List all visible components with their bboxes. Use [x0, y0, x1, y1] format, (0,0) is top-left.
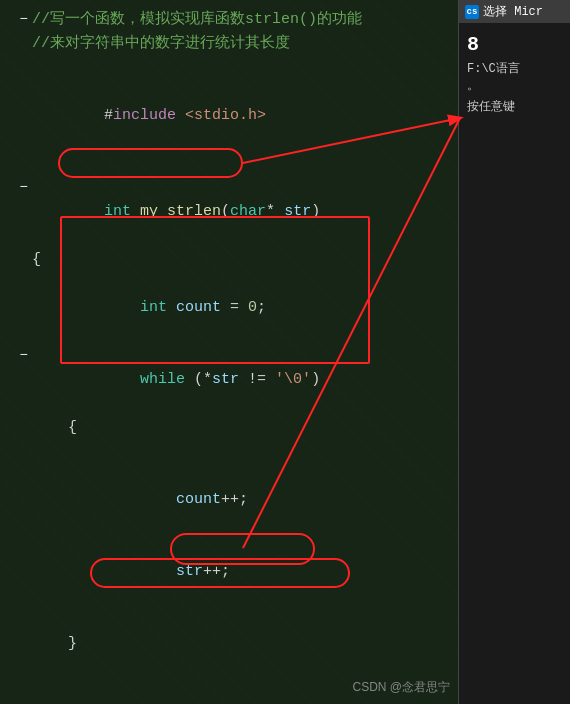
space2 — [275, 203, 284, 220]
line-prefix-6: − — [8, 176, 32, 198]
semi: ; — [257, 299, 266, 316]
indent1 — [104, 371, 140, 388]
terminal-output-number: 8 — [467, 33, 562, 56]
terminal-hint: 按任意键 — [467, 98, 562, 115]
space — [176, 107, 185, 124]
incr2: ++; — [203, 563, 230, 580]
assign: = — [221, 299, 248, 316]
terminal-dot: 。 — [467, 77, 562, 94]
terminal-title-bar: cs 选择 Micr — [459, 0, 570, 23]
indent1 — [104, 299, 140, 316]
space — [167, 299, 176, 316]
code-editor: − //写一个函数，模拟实现库函数strlen()的功能 //来对字符串中的数字… — [0, 0, 570, 704]
param-type: char — [230, 203, 266, 220]
str-var2: str — [176, 563, 203, 580]
line-prefix-9: − — [8, 344, 32, 366]
terminal-icon: cs — [465, 5, 479, 19]
incr: ++; — [221, 491, 248, 508]
terminal-title-text: 选择 Micr — [483, 3, 543, 20]
null-char: '\0' — [275, 371, 311, 388]
hash: # — [104, 107, 113, 124]
var-count: count — [176, 299, 221, 316]
terminal-path-line: F:\C语言 — [467, 60, 562, 77]
space-paren: ( — [185, 371, 203, 388]
type-int: int — [104, 203, 131, 220]
line-prefix-1: − — [8, 8, 32, 30]
paren-open: ( — [221, 203, 230, 220]
close-paren: ) — [311, 371, 320, 388]
while-keyword: while — [140, 371, 185, 388]
include-keyword: include — [113, 107, 176, 124]
func-name: my_strlen — [140, 203, 221, 220]
indent2 — [104, 563, 176, 580]
str-var: str — [212, 371, 239, 388]
paren-close: ) — [311, 203, 320, 220]
watermark-text: CSDN @念君思宁 — [352, 680, 450, 694]
terminal-body: 8 F:\C语言 。 按任意键 — [459, 23, 570, 121]
header-file: <stdio.h> — [185, 107, 266, 124]
indent2 — [104, 491, 176, 508]
space — [131, 203, 140, 220]
terminal-panel: cs 选择 Micr 8 F:\C语言 。 按任意键 — [458, 0, 570, 704]
deref: * — [203, 371, 212, 388]
count-var: count — [176, 491, 221, 508]
param-name: str — [284, 203, 311, 220]
zero: 0 — [248, 299, 257, 316]
neq: != — [239, 371, 275, 388]
path-text: F:\C语言 — [467, 62, 520, 76]
type-int2: int — [140, 299, 167, 316]
watermark: CSDN @念君思宁 — [352, 679, 450, 696]
terminal-icon-text: cs — [467, 7, 478, 17]
asterisk: * — [266, 203, 275, 220]
